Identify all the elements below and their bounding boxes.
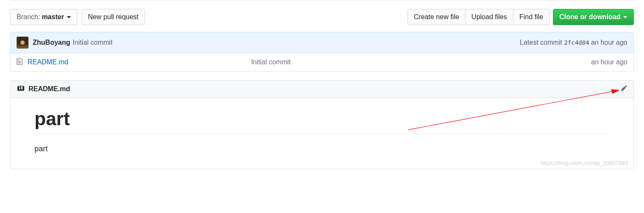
- avatar[interactable]: [17, 37, 28, 49]
- readme-title: part: [34, 108, 610, 134]
- commit-message[interactable]: Initial commit: [73, 39, 112, 46]
- file-commit-message[interactable]: Initial commit: [251, 58, 591, 66]
- commit-time: an hour ago: [591, 39, 627, 46]
- branch-label: Branch:: [17, 12, 40, 22]
- upload-files-button[interactable]: Upload files: [465, 9, 513, 25]
- readme-container: README.md part part https://blog.csdn.ne…: [10, 80, 634, 169]
- commit-author[interactable]: ZhuBoyang: [33, 39, 70, 46]
- book-icon: [17, 85, 25, 93]
- clone-download-label: Clone or download: [559, 12, 621, 22]
- chevron-down-icon: [67, 16, 71, 18]
- branch-select-button[interactable]: Branch: master: [10, 9, 77, 25]
- clone-download-button[interactable]: Clone or download: [553, 9, 634, 25]
- repo-toolbar: Branch: master New pull request Create n…: [10, 9, 634, 25]
- create-new-file-button[interactable]: Create new file: [407, 9, 466, 25]
- file-time: an hour ago: [591, 58, 627, 66]
- table-row: README.md Initial commit an hour ago: [10, 53, 634, 72]
- file-icon: [17, 58, 23, 67]
- readme-paragraph: part: [34, 144, 610, 153]
- latest-commit-bar: ZhuBoyang Initial commit Latest commit 2…: [10, 32, 634, 53]
- readme-header: README.md: [11, 81, 633, 98]
- watermark: https://blog.csdn.net/qq_30607843: [541, 160, 628, 166]
- readme-filename: README.md: [28, 85, 70, 93]
- find-file-button[interactable]: Find file: [513, 9, 550, 25]
- top-divider: [10, 0, 634, 0]
- chevron-down-icon: [623, 16, 627, 18]
- new-pull-request-label: New pull request: [88, 12, 139, 22]
- readme-body: part part: [11, 98, 633, 169]
- pencil-icon[interactable]: [621, 85, 627, 93]
- commit-sha[interactable]: 2fc4d04: [564, 39, 589, 46]
- file-name-link[interactable]: README.md: [28, 58, 68, 66]
- create-new-file-label: Create new file: [414, 12, 459, 22]
- find-file-label: Find file: [519, 12, 543, 22]
- latest-commit-label: Latest commit: [520, 39, 562, 46]
- upload-files-label: Upload files: [471, 12, 507, 22]
- file-actions-group: Create new file Upload files Find file: [407, 9, 550, 25]
- branch-name: master: [42, 12, 64, 22]
- new-pull-request-button[interactable]: New pull request: [82, 9, 145, 25]
- latest-commit-meta: Latest commit 2fc4d04 an hour ago: [520, 39, 627, 46]
